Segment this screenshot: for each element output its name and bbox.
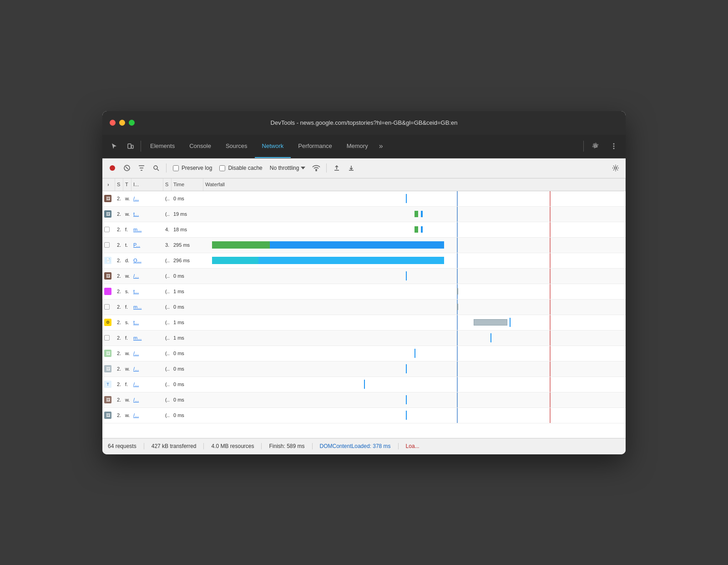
dom-content-loaded-line [457,315,458,330]
filter-icon[interactable] [135,162,148,174]
row-icon-cell: T [102,377,115,392]
svg-point-4 [613,148,615,149]
row-type: f. [123,300,131,315]
dom-content-loaded-line [457,253,458,268]
device-toggle-btn[interactable] [122,138,139,154]
row-type: f. [123,222,131,237]
clear-btn[interactable] [121,162,133,174]
table-row[interactable]: 🖼2.w./...(..0 ms [102,392,626,408]
load-event-line [550,238,551,253]
table-row[interactable]: ✦2.s.t...(..1 ms [102,284,626,300]
row-type: w. [123,269,131,284]
record-btn[interactable] [106,162,119,174]
row-name: /... [131,191,163,206]
tab-network[interactable]: Network [255,134,291,158]
tab-sources[interactable]: Sources [218,134,255,158]
dom-content-loaded-line [457,408,458,423]
table-row[interactable]: 2.f.m...(..1 ms [102,331,626,346]
table-row[interactable]: 🖼2.w./...(..0 ms [102,269,626,284]
table-row[interactable]: 🖼2.w./...(..0 ms [102,191,626,207]
network-table-container[interactable]: S T I... S Time Waterfall 🖼2.w./...(..0 … [102,178,626,438]
table-row[interactable]: 🖼2.w./...(..0 ms [102,408,626,423]
table-row[interactable]: 2.f.m...4.18 ms [102,222,626,238]
dom-content-loaded-line [457,361,458,377]
row-type: f. [123,331,131,346]
svg-line-7 [126,167,128,169]
waterfall-bar [457,288,458,294]
disable-cache-checkbox[interactable] [219,165,225,171]
waterfall-bar-blue [421,226,423,232]
disable-cache-label[interactable]: Disable cache [217,162,265,174]
row-time: 0 ms [172,300,203,315]
table-row[interactable]: 2.f.m...(..0 ms [102,300,626,315]
network-toolbar: Preserve log Disable cache No throttling [102,158,626,178]
row-name: /... [131,269,163,284]
minimize-button[interactable] [119,120,125,126]
row-waterfall [203,191,626,206]
row-type: w. [123,361,131,377]
settings-icon[interactable] [587,138,604,154]
more-tabs-btn[interactable]: » [375,134,387,158]
upload-icon[interactable] [330,162,343,174]
load-event-line [550,191,551,206]
tab-performance[interactable]: Performance [291,134,339,158]
row-waterfall [203,331,626,346]
table-row[interactable]: 2.t.P...3.295 ms [102,238,626,253]
row-type: s. [123,284,131,299]
row-time: 0 ms [172,346,203,361]
waterfall-tick [415,349,415,358]
svg-point-3 [613,146,615,147]
row-waterfall [203,300,626,315]
preserve-log-checkbox[interactable] [173,165,179,171]
row-size: (.. [163,377,172,392]
tab-console[interactable]: Console [182,134,218,158]
more-options-icon[interactable] [606,138,622,154]
row-time: 1 ms [172,331,203,346]
row-time: 18 ms [172,222,203,237]
row-name: /... [131,408,163,423]
table-row[interactable]: 🖼2.w./...(..0 ms [102,361,626,377]
table-body: 🖼2.w./...(..0 ms🖼2.w.t...(..19 ms2.f.m..… [102,191,626,423]
throttle-select[interactable]: No throttling [267,162,308,174]
cursor-icon-btn[interactable] [106,138,122,154]
load-event-line [550,377,551,392]
preserve-log-label[interactable]: Preserve log [170,162,215,174]
table-row[interactable]: 📄2.d.O...(..296 ms [102,253,626,269]
row-size: (.. [163,315,172,330]
table-row[interactable]: 🖼2.w./...(..0 ms [102,346,626,361]
row-size: (.. [163,331,172,346]
table-row[interactable]: 🖼2.w.t...(..19 ms [102,207,626,222]
maximize-button[interactable] [129,120,135,126]
row-status: 2. [115,191,123,206]
row-size: (.. [163,269,172,284]
table-row[interactable]: T2.f./...(..0 ms [102,377,626,392]
row-time: 0 ms [172,392,203,407]
table-header: S T I... S Time Waterfall [102,178,626,191]
row-waterfall [203,377,626,392]
tab-memory[interactable]: Memory [339,134,375,158]
load-event-line [550,361,551,377]
row-status: 2. [115,284,123,299]
row-name: m... [131,222,163,237]
waterfall-bar [415,211,418,217]
tabs-bar: Elements Console Sources Network Perform… [102,135,626,158]
row-name: /... [131,346,163,361]
wifi-icon[interactable] [310,162,323,174]
row-icon-cell: 🖼 [102,346,115,361]
file-type-icon: ✦ [104,288,111,295]
tab-elements[interactable]: Elements [143,134,182,158]
dom-content-loaded-line [457,331,458,346]
download-icon[interactable] [345,162,358,174]
finish-time: Finish: 589 ms [269,443,312,449]
titlebar: DevTools - news.google.com/topstories?hl… [102,111,626,135]
network-settings-icon[interactable] [609,162,622,174]
dom-content-loaded-line [457,238,458,253]
load-event-line [550,408,551,423]
close-button[interactable] [110,120,116,126]
table-row[interactable]: ⚙2.s.t...(..1 ms [102,315,626,331]
row-waterfall [203,284,626,299]
waterfall-bar-receive [258,257,444,265]
tab-actions [581,138,622,154]
search-icon[interactable] [150,162,162,174]
row-icon-cell: 🖼 [102,191,115,206]
